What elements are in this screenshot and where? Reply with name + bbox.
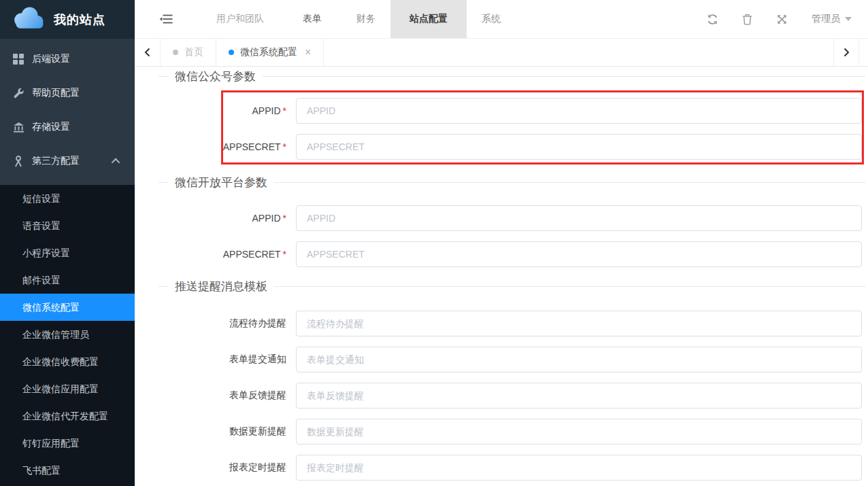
top-navbar: 用户和团队 表单 财务 站点配置 系统 xyxy=(135,0,868,39)
caret-down-icon xyxy=(845,17,852,21)
form-row-appid: APPID* xyxy=(158,205,865,231)
form-content: 微信公众号参数 APPID* APPSECRET* 微信开放平台参数 APPID… xyxy=(135,67,868,486)
required-asterisk: * xyxy=(283,213,286,224)
trash-icon[interactable] xyxy=(742,14,752,25)
submenu-item-mail-settings[interactable]: 邮件设置 xyxy=(0,266,135,294)
wrench-icon xyxy=(12,87,24,99)
cloud-icon xyxy=(9,5,47,34)
open-appsecret-input[interactable] xyxy=(296,241,862,267)
sidebar-item-label: 第三方配置 xyxy=(32,155,80,167)
site-title: 我的站点 xyxy=(54,12,105,28)
page-tab-home[interactable]: 首页 xyxy=(161,39,216,66)
submenu-item-feishu-config[interactable]: 飞书配置 xyxy=(0,457,135,484)
app-logo: 我的站点 xyxy=(0,0,135,39)
sidebar-item-backend-settings[interactable]: 后端设置 xyxy=(0,42,135,76)
form-row-form-feedback: 表单反馈提醒 xyxy=(158,383,865,409)
submenu-item-miniprogram-settings[interactable]: 小程序设置 xyxy=(0,239,135,266)
section-rows-push-templates: 流程待办提醒 表单提交通知 表单反馈提醒 数据更新提醒 报表定时提醒 xyxy=(158,311,865,481)
tab-status-dot xyxy=(173,50,178,55)
submenu-item-wecom-billing-config[interactable]: 企业微信收费配置 xyxy=(0,348,135,375)
workflow-todo-input[interactable] xyxy=(296,311,862,336)
section-rows-open-platform: APPID* APPSECRET* xyxy=(158,205,865,267)
sidebar-submenu: 短信设置 语音设置 小程序设置 邮件设置 微信系统配置 企业微信管理员 企业微信… xyxy=(0,185,135,486)
sidebar-item-label: 帮助页配置 xyxy=(32,87,80,99)
section-divider-open-platform: 微信开放平台参数 xyxy=(158,174,865,190)
sidebar-main-nav: 后端设置 帮助页配置 存储设置 xyxy=(0,39,135,185)
field-label: APPID* xyxy=(158,213,286,224)
submenu-item-wecom-dev-config[interactable]: 企业微信代开发配置 xyxy=(0,402,135,430)
sidebar-item-help-page-config[interactable]: 帮助页配置 xyxy=(0,76,135,110)
field-label: 表单反馈提醒 xyxy=(158,389,286,402)
section-divider-push-templates: 推送提醒消息模板 xyxy=(158,278,865,294)
submenu-item-dingtalk-app-config[interactable]: 钉钉应用配置 xyxy=(0,430,135,457)
page-tab-label: 微信系统配置 xyxy=(240,46,297,58)
required-asterisk: * xyxy=(283,141,286,152)
top-tab-forms[interactable]: 表单 xyxy=(283,0,341,38)
main-area: 用户和团队 表单 财务 站点配置 系统 xyxy=(135,0,868,486)
refresh-icon[interactable] xyxy=(707,14,718,25)
form-row-form-submit-notice: 表单提交通知 xyxy=(158,347,865,372)
submenu-item-voice-settings[interactable]: 语音设置 xyxy=(0,212,135,239)
section-divider-official-account: 微信公众号参数 xyxy=(158,68,865,84)
sidebar-item-label: 后端设置 xyxy=(32,53,70,65)
form-row-appid: APPID* xyxy=(158,98,865,124)
user-name-label: 管理员 xyxy=(812,13,840,25)
section-title: 微信公众号参数 xyxy=(168,69,263,84)
submenu-item-wecom-app-config[interactable]: 企业微信应用配置 xyxy=(0,375,135,402)
field-label: APPSECRET* xyxy=(158,249,286,260)
form-row-data-update: 数据更新提醒 xyxy=(158,419,865,445)
section-title: 推送提醒消息模板 xyxy=(168,279,274,294)
field-label: 数据更新提醒 xyxy=(158,426,286,438)
form-row-appsecret: APPSECRET* xyxy=(158,134,865,160)
data-update-input[interactable] xyxy=(296,419,862,445)
form-row-appsecret: APPSECRET* xyxy=(158,241,865,267)
open-appid-input[interactable] xyxy=(296,205,862,231)
submenu-item-wecom-admin[interactable]: 企业微信管理员 xyxy=(0,321,135,348)
field-label: 流程待办提醒 xyxy=(158,317,286,330)
page-tab-label: 首页 xyxy=(184,46,203,58)
user-menu[interactable]: 管理员 xyxy=(812,13,852,25)
tabs-scroll-left-icon[interactable] xyxy=(135,39,161,66)
sidebar-item-third-party-config[interactable]: 第三方配置 xyxy=(0,144,135,178)
close-icon[interactable]: × xyxy=(305,47,311,58)
page-tabbar: 首页 微信系统配置 × xyxy=(135,39,868,67)
submenu-item-wechat-system-config[interactable]: 微信系统配置 xyxy=(0,294,135,321)
bank-icon xyxy=(12,121,24,133)
section-title: 微信开放平台参数 xyxy=(168,175,274,190)
fullscreen-icon[interactable] xyxy=(776,14,788,25)
submenu-item-sms-settings[interactable]: 短信设置 xyxy=(0,185,135,212)
chevron-up-icon xyxy=(112,158,120,167)
tabs-scroll-right-icon[interactable] xyxy=(833,39,859,66)
page-tab-wechat-system-config[interactable]: 微信系统配置 × xyxy=(216,39,324,66)
top-tab-users-teams[interactable]: 用户和团队 xyxy=(197,0,283,38)
user-icon xyxy=(12,155,24,167)
top-tab-finance[interactable]: 财务 xyxy=(341,0,390,38)
section-rows-official-account: APPID* APPSECRET* xyxy=(158,98,865,160)
top-nav-tabs: 用户和团队 表单 财务 站点配置 系统 xyxy=(197,0,516,38)
report-schedule-input[interactable] xyxy=(296,455,862,481)
grid-icon xyxy=(12,53,24,65)
field-label: 报表定时提醒 xyxy=(158,462,286,474)
sidebar-item-storage-settings[interactable]: 存储设置 xyxy=(0,110,135,144)
appsecret-input[interactable] xyxy=(296,134,862,160)
form-submit-notice-input[interactable] xyxy=(296,347,862,372)
sidebar: 我的站点 后端设置 帮助页配置 xyxy=(0,0,135,486)
top-tab-system[interactable]: 系统 xyxy=(467,0,516,38)
field-label: APPSECRET* xyxy=(158,141,286,152)
form-feedback-input[interactable] xyxy=(296,383,862,409)
top-tab-site-config[interactable]: 站点配置 xyxy=(390,0,467,38)
form-row-report-schedule: 报表定时提醒 xyxy=(158,455,865,481)
field-label: APPID* xyxy=(158,105,286,116)
appid-input[interactable] xyxy=(296,98,862,124)
required-asterisk: * xyxy=(283,249,286,260)
tab-status-dot xyxy=(229,50,234,55)
menu-fold-icon[interactable] xyxy=(159,13,174,25)
top-actions: 管理员 xyxy=(707,13,868,25)
field-label: 表单提交通知 xyxy=(158,353,286,366)
required-asterisk: * xyxy=(283,105,286,116)
form-row-workflow-todo: 流程待办提醒 xyxy=(158,311,865,336)
sidebar-item-label: 存储设置 xyxy=(32,121,70,133)
app-root: 我的站点 后端设置 帮助页配置 xyxy=(0,0,868,486)
